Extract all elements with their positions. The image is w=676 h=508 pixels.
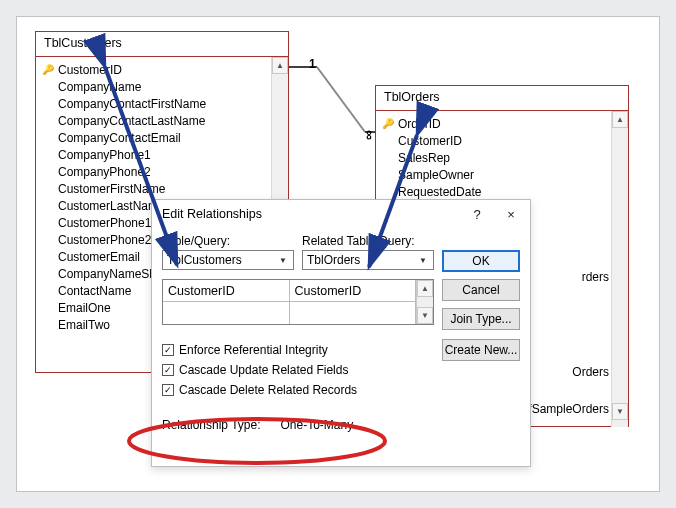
- list-item[interactable]: CompanyPhone2: [36, 163, 271, 180]
- chevron-down-icon: ▼: [415, 251, 431, 269]
- checkmark-icon: ✓: [162, 344, 174, 356]
- scroll-down-icon[interactable]: ▼: [612, 403, 628, 420]
- tbl-customers-title: TblCustomers: [36, 32, 288, 57]
- tbl-orders-scrollbar[interactable]: ▲ ▼: [611, 111, 628, 427]
- relationship-type-value: One-To-Many: [281, 418, 354, 432]
- join-type-button[interactable]: Join Type...: [442, 308, 520, 330]
- list-item[interactable]: CompanyContactLastName: [36, 112, 271, 129]
- list-item[interactable]: CompanyContactFirstName: [36, 95, 271, 112]
- join-many-label: ∞: [360, 130, 376, 140]
- scroll-down-icon[interactable]: ▼: [417, 307, 433, 324]
- list-item[interactable]: CompanyName: [36, 78, 271, 95]
- list-item[interactable]: 🔑CustomerID: [36, 61, 271, 78]
- join-one-label: 1: [309, 57, 316, 71]
- relationship-canvas[interactable]: TblCustomers 🔑CustomerID CompanyName Com…: [16, 16, 660, 492]
- scroll-up-icon[interactable]: ▲: [272, 57, 288, 74]
- grid-cell[interactable]: CustomerID: [163, 280, 290, 302]
- checkmark-icon: ✓: [162, 364, 174, 376]
- edit-relationships-dialog[interactable]: Edit Relationships ? × Table/Query: Rela…: [151, 199, 531, 467]
- create-new-button[interactable]: Create New...: [442, 339, 520, 361]
- related-table-query-combo[interactable]: TblOrders ▼: [302, 250, 434, 270]
- cancel-button[interactable]: Cancel: [442, 279, 520, 301]
- scroll-up-icon[interactable]: ▲: [417, 280, 433, 297]
- ok-button[interactable]: OK: [442, 250, 520, 272]
- list-item[interactable]: CompanyContactEmail: [36, 129, 271, 146]
- chevron-down-icon: ▼: [275, 251, 291, 269]
- enforce-ri-checkbox[interactable]: ✓ Enforce Referential Integrity: [162, 341, 434, 359]
- table-query-combo[interactable]: TblCustomers ▼: [162, 250, 294, 270]
- list-item[interactable]: CompanyPhone1: [36, 146, 271, 163]
- list-item[interactable]: CustomerID: [376, 132, 611, 149]
- dialog-help-button[interactable]: ?: [460, 203, 494, 225]
- tbl-orders-title: TblOrders: [376, 86, 628, 111]
- list-item[interactable]: RequestedDate: [376, 183, 611, 200]
- list-item[interactable]: SalesRep: [376, 149, 611, 166]
- join-fields-grid[interactable]: CustomerID CustomerID ▲ ▼: [162, 279, 434, 325]
- list-item[interactable]: 🔑OrderID: [376, 115, 611, 132]
- key-icon: 🔑: [42, 64, 58, 75]
- table-query-label: Table/Query:: [162, 234, 294, 248]
- cascade-update-checkbox[interactable]: ✓ Cascade Update Related Fields: [162, 361, 434, 379]
- grid-scrollbar[interactable]: ▲ ▼: [416, 280, 433, 324]
- grid-cell[interactable]: [290, 302, 417, 324]
- dialog-close-button[interactable]: ×: [494, 203, 528, 225]
- scroll-up-icon[interactable]: ▲: [612, 111, 628, 128]
- grid-cell[interactable]: [163, 302, 290, 324]
- relationship-type-label: Relationship Type:: [162, 418, 261, 432]
- checkmark-icon: ✓: [162, 384, 174, 396]
- svg-line-1: [317, 67, 365, 132]
- list-item[interactable]: SampleOwner: [376, 166, 611, 183]
- cascade-delete-checkbox[interactable]: ✓ Cascade Delete Related Records: [162, 381, 434, 399]
- grid-cell[interactable]: CustomerID: [290, 280, 417, 302]
- key-icon: 🔑: [382, 118, 398, 129]
- list-item[interactable]: CustomerFirstName: [36, 180, 271, 197]
- related-table-query-label: Related Table/Query:: [302, 234, 434, 248]
- dialog-title: Edit Relationships: [162, 207, 460, 221]
